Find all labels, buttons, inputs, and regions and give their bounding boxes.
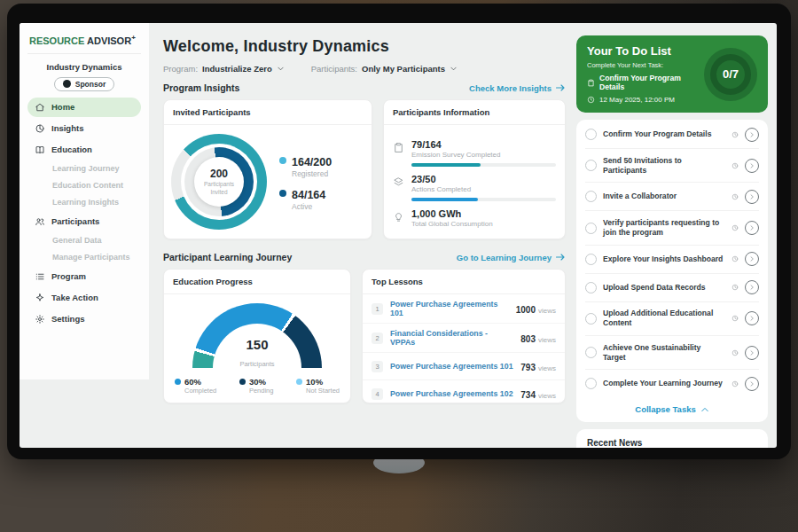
task-open-button[interactable] <box>745 377 759 391</box>
task-checkbox[interactable] <box>585 191 597 202</box>
task-open-button[interactable] <box>745 311 759 325</box>
completed-label: Completed <box>184 387 216 395</box>
clipboard-icon <box>587 79 595 87</box>
task-open-button[interactable] <box>745 190 759 204</box>
task-row-3[interactable]: Invite a Collaborator <box>585 183 759 211</box>
chevron-down-icon <box>277 65 285 73</box>
clock-icon <box>732 255 739 262</box>
lesson-title-link[interactable]: Power Purchase Agreements 101 <box>390 362 513 371</box>
sidebar-item-learning-journey[interactable]: Learning Journey <box>27 160 141 177</box>
registered-dot <box>279 157 286 164</box>
sidebar-item-home[interactable]: Home <box>27 98 141 117</box>
home-icon <box>35 102 45 113</box>
sponsor-badge-label: Sponsor <box>75 80 106 89</box>
lesson-views-value: 1000 <box>516 305 536 315</box>
task-checkbox[interactable] <box>585 347 597 358</box>
task-open-button[interactable] <box>745 280 759 294</box>
task-row-2[interactable]: Send 50 Invitations to Participants <box>585 149 759 183</box>
task-row-7[interactable]: Upload Additional Educational Content <box>585 302 759 336</box>
sidebar-item-insights[interactable]: Insights <box>27 119 141 138</box>
sidebar-item-label: Insights <box>51 123 83 133</box>
pending-dot <box>239 379 246 385</box>
gauge-center-label: Participants <box>239 360 274 368</box>
list-icon <box>35 271 45 282</box>
sidebar-item-manage-participants[interactable]: Manage Participants <box>27 249 141 266</box>
task-label: Invite a Collaborator <box>603 192 725 201</box>
lesson-rank: 2 <box>372 332 383 344</box>
lesson-title-link[interactable]: Power Purchase Agreements 101 <box>390 300 509 317</box>
main-content: Welcome, Industry Dynamics Program: Indu… <box>149 23 575 403</box>
task-row-8[interactable]: Achieve One Sustainability Target <box>585 336 759 370</box>
lesson-row-2[interactable]: 2 Financial Considerations - VPPAs 803vi… <box>363 324 565 353</box>
sidebar-item-take-action[interactable]: Take Action <box>27 288 141 308</box>
emission-survey-value: 79/164 <box>411 139 556 150</box>
task-open-button[interactable] <box>745 346 759 360</box>
task-checkbox[interactable] <box>585 254 597 265</box>
sidebar-item-learning-insights[interactable]: Learning Insights <box>27 194 141 211</box>
task-checkbox[interactable] <box>585 160 597 171</box>
logo-plus: + <box>131 34 136 42</box>
todo-next-task[interactable]: Confirm Your Program Details <box>587 74 704 91</box>
task-row-1[interactable]: Confirm Your Program Details <box>585 121 759 149</box>
recent-news-title: Recent News <box>587 438 642 448</box>
lesson-rank: 1 <box>372 303 383 315</box>
task-open-button[interactable] <box>745 252 759 266</box>
gauge-center-value: 150 <box>192 337 322 353</box>
task-checkbox[interactable] <box>585 282 597 293</box>
collapse-tasks-label: Collapse Tasks <box>635 404 695 414</box>
sidebar-item-participants[interactable]: Participants <box>27 212 141 231</box>
task-checkbox[interactable] <box>585 129 597 140</box>
task-open-button[interactable] <box>745 159 759 173</box>
task-checkbox[interactable] <box>585 223 597 234</box>
lesson-row-4[interactable]: 4 Power Purchase Agreements 102 734views <box>363 380 565 403</box>
task-checkbox[interactable] <box>585 313 597 325</box>
task-label: Upload Additional Educational Content <box>603 309 725 328</box>
sidebar-item-settings[interactable]: Settings <box>27 309 141 329</box>
task-label: Complete Your Learning Journey <box>603 379 725 388</box>
sidebar-item-education-content[interactable]: Education Content <box>27 177 141 194</box>
lesson-row-1[interactable]: 1 Power Purchase Agreements 101 1000view… <box>363 294 565 324</box>
active-label: Active <box>292 202 325 211</box>
legend-item-pending: 30%Pending <box>239 377 274 395</box>
todo-progress-ring: 0/7 <box>704 48 757 101</box>
task-checkbox[interactable] <box>585 378 597 389</box>
clock-icon <box>732 162 739 169</box>
education-gauge-legend: 60%Completed 30%Pending 10%Not Started <box>164 368 350 395</box>
lesson-title-link[interactable]: Financial Considerations - VPPAs <box>390 329 513 347</box>
learning-journey-header: Participant Learning Journey Go to Learn… <box>163 252 566 262</box>
todo-due: 12 May 2025, 12:00 PM <box>587 96 704 104</box>
collapse-tasks-link[interactable]: Collapse Tasks <box>585 397 759 419</box>
task-row-5[interactable]: Explore Your Insights Dashboard <box>585 246 759 274</box>
sidebar-item-label: Take Action <box>51 293 98 302</box>
todo-column: Your To Do List Complete Your Next Task:… <box>575 23 777 448</box>
actions-completed-bar <box>411 198 556 201</box>
lesson-row-3[interactable]: 3 Power Purchase Agreements 101 793views <box>363 353 565 380</box>
go-to-learning-journey-link[interactable]: Go to Learning Journey <box>457 253 566 262</box>
lesson-title-link[interactable]: Power Purchase Agreements 102 <box>390 389 513 398</box>
sidebar-item-general-data[interactable]: General Data <box>27 232 141 249</box>
task-row-9[interactable]: Complete Your Learning Journey <box>585 370 759 397</box>
task-open-button[interactable] <box>745 221 759 235</box>
bulb-icon <box>393 211 404 223</box>
participants-select[interactable]: Participants: Only My Participants <box>311 64 458 74</box>
chevron-down-icon <box>450 65 458 73</box>
sidebar-item-education[interactable]: Education <box>27 140 141 160</box>
education-progress-card: Education Progress 150 Participants <box>163 269 351 403</box>
program-select[interactable]: Program: Industrialize Zero <box>163 64 285 74</box>
task-row-4[interactable]: Verify participants requesting to join t… <box>585 211 759 245</box>
global-consumption-value: 1,000 GWh <box>411 208 556 219</box>
task-open-button[interactable] <box>745 128 759 142</box>
check-more-insights-link[interactable]: Check More Insights <box>469 83 566 93</box>
participants-select-value: Only My Participants <box>362 64 445 74</box>
not-started-dot <box>296 379 302 385</box>
gear-icon <box>35 314 45 325</box>
sidebar-item-program[interactable]: Program <box>27 267 141 286</box>
sidebar-item-label: Education <box>51 145 92 154</box>
sidebar-nav: Home Insights Education Learning Journey… <box>27 97 141 330</box>
education-progress-title: Education Progress <box>164 270 350 294</box>
clock-icon <box>732 349 739 356</box>
invited-center-label: Participants <box>204 181 234 188</box>
registered-value: 164/200 <box>292 156 332 168</box>
task-row-6[interactable]: Upload Spend Data Records <box>585 274 759 302</box>
stat-actions-completed: 23/50 Actions Completed <box>393 174 556 201</box>
